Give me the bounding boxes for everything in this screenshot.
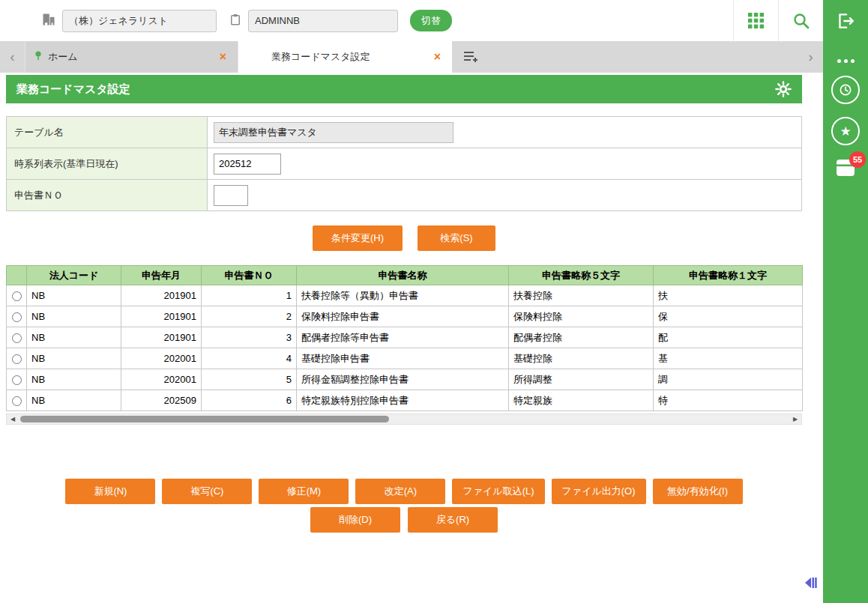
scrollbar-thumb[interactable] [20, 416, 389, 422]
cell: 配 [654, 327, 803, 348]
cell: 特定親族 [509, 390, 654, 411]
column-header-1: 申告年月 [121, 266, 202, 285]
grid-icon [748, 13, 764, 28]
cell: 201901 [121, 327, 202, 348]
cell: 202001 [121, 348, 202, 369]
cell: 扶養控除等（異動）申告書 [297, 285, 509, 306]
tab-scroll-left-button[interactable]: ‹ [0, 41, 25, 73]
table-row: NB2020014基礎控除申告書基礎控除基 [7, 348, 803, 369]
tab-home-label: ホーム [48, 50, 217, 64]
user-id-field[interactable] [248, 10, 398, 32]
tab-bar: ‹ ホーム × 業務コードマスタ設定 × › [0, 41, 823, 73]
back-button[interactable]: 戻る(R) [408, 507, 498, 533]
cell: 扶養控除 [509, 285, 654, 306]
cell: NB [27, 369, 121, 390]
modify-button[interactable]: 修正(M) [259, 479, 349, 504]
search-icon [792, 12, 810, 30]
row-select-cell [7, 306, 27, 327]
cell: 所得金額調整控除申告書 [297, 369, 509, 390]
column-header-4: 申告書略称５文字 [509, 266, 654, 285]
favorites-button[interactable]: ★ [831, 117, 860, 145]
search-button[interactable] [778, 0, 823, 41]
base-date-field[interactable] [214, 154, 281, 175]
cell: 6 [202, 390, 297, 411]
apps-menu-button[interactable] [733, 0, 778, 41]
table-row: NB2019013配偶者控除等申告書配偶者控除配 [7, 327, 803, 348]
form-row-table-name: テーブル名 [7, 117, 802, 148]
inbox-button[interactable]: 55 [831, 157, 860, 178]
copy-button[interactable]: 複写(C) [162, 479, 252, 504]
history-clock-icon [838, 82, 853, 97]
logout-button[interactable] [823, 0, 868, 41]
cell: 2 [202, 306, 297, 327]
table-row: NB2019011扶養控除等（異動）申告書扶養控除扶 [7, 285, 803, 306]
logout-icon [836, 11, 855, 31]
star-icon: ★ [840, 125, 851, 138]
table-name-field[interactable] [214, 122, 453, 143]
cell: 基 [654, 348, 803, 369]
tab-scroll-right-button[interactable]: › [798, 41, 823, 73]
history-button[interactable] [831, 76, 860, 104]
add-tab-icon [463, 50, 480, 64]
top-bar-left: 切替 [41, 10, 452, 32]
row-select-radio[interactable] [12, 396, 22, 406]
new-button[interactable]: 新規(N) [65, 479, 155, 504]
cell: 1 [202, 285, 297, 306]
more-options-button[interactable] [831, 59, 861, 63]
row-select-cell [7, 348, 27, 369]
form-label: テーブル名 [7, 117, 208, 148]
revise-button[interactable]: 改定(A) [355, 479, 445, 504]
file-export-button[interactable]: ファイル出力(O) [552, 479, 646, 504]
cell: 3 [202, 327, 297, 348]
form-label: 申告書ＮＯ [7, 180, 208, 211]
cell: 基礎控除申告書 [297, 348, 509, 369]
horizontal-scrollbar[interactable]: ◀ ▶ [6, 413, 802, 425]
file-import-button[interactable]: ファイル取込(L) [452, 479, 544, 504]
top-bar-right [733, 0, 868, 41]
table-row: NB2020015所得金額調整控除申告書所得調整調 [7, 369, 803, 390]
company-field[interactable] [62, 10, 217, 32]
right-sidebar: ★ 55 [823, 41, 868, 603]
tab-active-close-icon[interactable]: × [432, 50, 443, 64]
row-select-radio[interactable] [12, 291, 22, 301]
settings-gear-icon[interactable] [775, 81, 792, 97]
cell: 配偶者控除 [509, 327, 654, 348]
table-row: NB2019012保険料控除申告書保険料控除保 [7, 306, 803, 327]
cell: 基礎控除 [509, 348, 654, 369]
row-select-radio[interactable] [12, 333, 22, 343]
cell: 配偶者控除等申告書 [297, 327, 509, 348]
row-select-radio[interactable] [12, 312, 22, 322]
row-select-radio[interactable] [12, 375, 22, 385]
cell: NB [27, 390, 121, 411]
home-tab-pin-icon [34, 51, 42, 63]
scroll-right-arrow-icon[interactable]: ▶ [789, 416, 801, 422]
cell: 特定親族特別控除申告書 [297, 390, 509, 411]
top-bar: 切替 [0, 0, 868, 41]
row-select-radio[interactable] [12, 354, 22, 364]
cell: 保険料控除 [509, 306, 654, 327]
form-value-cell [208, 148, 802, 180]
search-button-row: 条件変更(H) 検索(S) [6, 225, 802, 251]
tab-home-close-icon[interactable]: × [217, 50, 229, 64]
change-conditions-button[interactable]: 条件変更(H) [313, 225, 403, 251]
cell: 4 [202, 348, 297, 369]
enable-disable-button[interactable]: 無効/有効化(I) [653, 479, 743, 504]
cell: NB [27, 348, 121, 369]
delete-button[interactable]: 削除(D) [310, 507, 400, 533]
cell: 保 [654, 306, 803, 327]
form-row-base-date: 時系列表示(基準日現在) [7, 148, 802, 180]
form-value-cell [208, 117, 802, 148]
report-no-field[interactable] [214, 185, 248, 206]
tab-business-code-master[interactable]: 業務コードマスタ設定 × [238, 41, 452, 73]
collapse-panel-icon[interactable] [804, 577, 817, 592]
actions-row-1: 新規(N)複写(C)修正(M)改定(A)ファイル取込(L)ファイル出力(O)無効… [6, 479, 802, 504]
form-row-report-no: 申告書ＮＯ [7, 180, 802, 211]
page-title: 業務コードマスタ設定 [16, 82, 130, 97]
scroll-left-arrow-icon[interactable]: ◀ [7, 416, 19, 422]
form-label: 時系列表示(基準日現在) [7, 148, 208, 180]
tab-home[interactable]: ホーム × [25, 41, 238, 73]
cell: 特 [654, 390, 803, 411]
search-execute-button[interactable]: 検索(S) [418, 225, 495, 251]
new-tab-button[interactable] [452, 41, 491, 73]
switch-user-button[interactable]: 切替 [410, 10, 452, 31]
